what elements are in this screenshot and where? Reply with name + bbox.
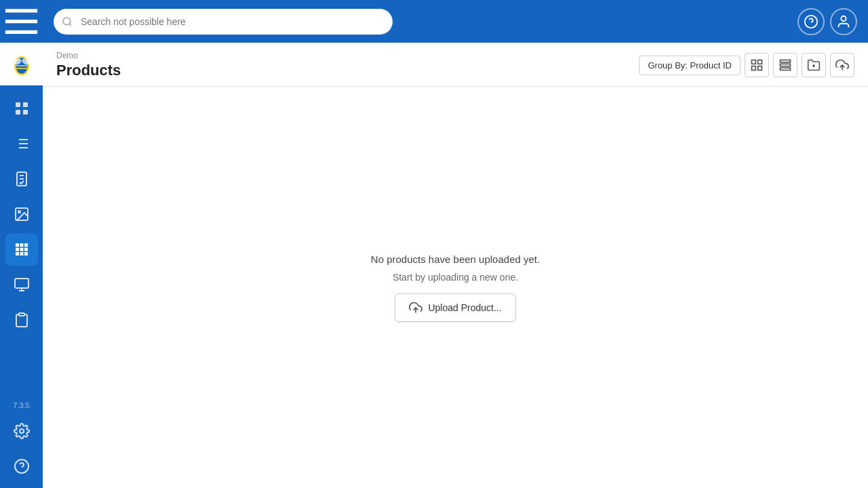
svg-rect-51 bbox=[781, 60, 791, 62]
svg-rect-13 bbox=[16, 110, 20, 115]
topbar-right bbox=[797, 8, 857, 35]
search-input[interactable] bbox=[54, 9, 393, 35]
version-label: 7.3.5 bbox=[13, 401, 29, 409]
topbar bbox=[43, 0, 868, 43]
sidebar-item-apps[interactable] bbox=[5, 233, 38, 266]
upload-product-button[interactable]: Upload Product... bbox=[395, 293, 515, 322]
content-area: Demo Products Group By: Product ID bbox=[43, 43, 868, 488]
toolbar: Group By: Product ID bbox=[639, 53, 854, 77]
svg-rect-47 bbox=[752, 60, 756, 64]
svg-rect-32 bbox=[16, 252, 19, 256]
sidebar-item-dashboard[interactable] bbox=[5, 92, 38, 125]
empty-state: No products have been uploaded yet. Star… bbox=[43, 87, 868, 488]
page-title: Products bbox=[56, 62, 121, 79]
menu-toggle-button[interactable] bbox=[0, 0, 43, 43]
search-wrapper bbox=[54, 9, 393, 35]
breadcrumb: Demo bbox=[56, 51, 121, 60]
svg-rect-38 bbox=[19, 313, 24, 316]
svg-rect-33 bbox=[20, 252, 23, 256]
svg-rect-30 bbox=[20, 248, 23, 251]
svg-point-39 bbox=[20, 429, 24, 433]
svg-rect-31 bbox=[24, 248, 28, 251]
user-button[interactable] bbox=[830, 8, 857, 35]
svg-rect-53 bbox=[781, 68, 791, 70]
search-icon bbox=[62, 16, 73, 27]
empty-state-line1: No products have been uploaded yet. bbox=[371, 253, 540, 265]
svg-rect-29 bbox=[16, 248, 19, 251]
svg-rect-50 bbox=[758, 66, 762, 70]
svg-rect-26 bbox=[16, 243, 19, 247]
svg-rect-49 bbox=[752, 66, 756, 70]
sidebar-item-list[interactable] bbox=[5, 127, 38, 160]
folder-upload-button[interactable] bbox=[802, 53, 826, 77]
svg-point-25 bbox=[18, 211, 20, 213]
svg-rect-48 bbox=[758, 60, 762, 64]
svg-rect-52 bbox=[781, 64, 791, 66]
sidebar-nav bbox=[5, 85, 38, 401]
svg-rect-27 bbox=[20, 243, 23, 247]
main-area: Demo Products Group By: Product ID bbox=[43, 0, 868, 488]
empty-state-line2: Start by uploading a new one. bbox=[393, 272, 518, 283]
app-logo bbox=[0, 43, 43, 85]
help-button[interactable] bbox=[797, 8, 825, 35]
sidebar-item-clipboard[interactable] bbox=[5, 304, 38, 336]
sidebar-item-tasks[interactable] bbox=[5, 163, 38, 195]
svg-rect-14 bbox=[23, 110, 28, 115]
svg-rect-34 bbox=[24, 252, 28, 256]
sidebar-item-help[interactable] bbox=[5, 450, 38, 483]
title-section: Demo Products bbox=[56, 51, 121, 79]
svg-rect-28 bbox=[24, 243, 28, 247]
sidebar-item-images[interactable] bbox=[5, 198, 38, 230]
sidebar-item-settings[interactable] bbox=[5, 415, 38, 447]
upload-cloud-icon bbox=[409, 301, 422, 314]
svg-rect-12 bbox=[23, 102, 28, 107]
group-by-button[interactable]: Group By: Product ID bbox=[639, 56, 741, 75]
svg-point-46 bbox=[841, 16, 846, 20]
svg-line-43 bbox=[69, 24, 71, 26]
sidebar: 7.3.5 bbox=[0, 0, 43, 488]
svg-point-42 bbox=[63, 18, 71, 25]
svg-rect-35 bbox=[15, 279, 28, 288]
cloud-upload-button[interactable] bbox=[830, 53, 854, 77]
content-header: Demo Products Group By: Product ID bbox=[43, 43, 868, 87]
sidebar-item-monitor[interactable] bbox=[5, 268, 38, 301]
svg-rect-11 bbox=[16, 102, 20, 107]
upload-button-label: Upload Product... bbox=[428, 302, 501, 313]
list-view-button[interactable] bbox=[773, 53, 797, 77]
sidebar-bottom: 7.3.5 bbox=[5, 401, 38, 488]
grid-view-button[interactable] bbox=[745, 53, 769, 77]
